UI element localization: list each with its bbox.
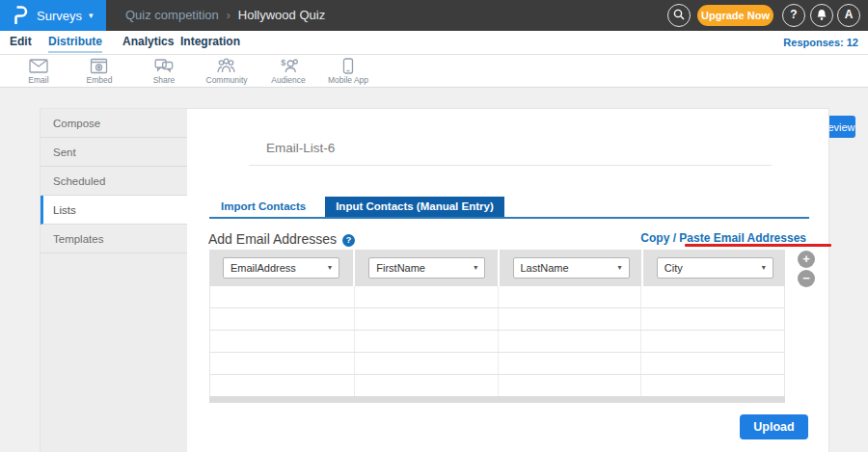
- table-cell[interactable]: [210, 286, 354, 307]
- table-cell[interactable]: [498, 286, 641, 307]
- title-divider: [249, 165, 772, 166]
- tool-label: Audience: [271, 75, 305, 85]
- column-select-city[interactable]: City ▾: [657, 257, 773, 279]
- tool-audience[interactable]: $ Audience: [271, 58, 305, 85]
- sidebar-item-sent[interactable]: Sent: [41, 138, 187, 167]
- add-row-button[interactable]: +: [798, 251, 815, 268]
- breadcrumb-current: Hollywood Quiz: [238, 8, 325, 22]
- table-row: [210, 308, 784, 331]
- breadcrumb-parent[interactable]: Quiz competition: [125, 8, 219, 22]
- horizontal-scrollbar[interactable]: [209, 396, 785, 403]
- notifications-button[interactable]: [810, 4, 833, 27]
- sidebar-item-scheduled[interactable]: Scheduled: [41, 167, 187, 196]
- breadcrumb-separator: ›: [227, 9, 231, 22]
- chevron-down-icon: ▾: [762, 258, 766, 278]
- nav-item-analytics[interactable]: Analytics: [122, 35, 174, 51]
- share-icon: [154, 58, 175, 74]
- product-menu-label: Surveys: [37, 9, 82, 23]
- tab-import-contacts[interactable]: Import Contacts: [215, 197, 312, 217]
- chevron-down-icon: ▾: [89, 11, 94, 20]
- grid-body: [209, 286, 785, 397]
- responses-count[interactable]: Responses: 12: [783, 37, 858, 48]
- table-cell[interactable]: [210, 353, 354, 374]
- list-content: Email-List-6 Import ContactsInput Contac…: [187, 109, 828, 452]
- table-cell[interactable]: [354, 308, 498, 330]
- survey-nav: Edit Distribute Analytics Integration Re…: [0, 31, 868, 55]
- grid-header-cell: FirstName ▾: [353, 250, 497, 286]
- column-select-firstname[interactable]: FirstName ▾: [368, 257, 485, 279]
- table-cell[interactable]: [210, 308, 354, 330]
- table-cell[interactable]: [640, 353, 784, 374]
- table-cell[interactable]: [498, 308, 641, 330]
- community-icon: [216, 58, 237, 74]
- avatar[interactable]: A: [837, 4, 860, 27]
- table-cell[interactable]: [640, 308, 784, 330]
- upgrade-now-button[interactable]: Upgrade Now: [697, 5, 773, 26]
- questionpro-app: Surveys ▾ Quiz competition›Hollywood Qui…: [0, 0, 868, 452]
- tool-community[interactable]: Community: [206, 58, 248, 85]
- table-cell[interactable]: [354, 331, 498, 352]
- email-icon: [28, 58, 49, 74]
- grid-header: EmailAddress ▾ FirstName ▾ LastName: [209, 250, 785, 286]
- search-icon: [673, 9, 685, 20]
- chevron-down-icon: ▾: [328, 258, 332, 278]
- tab-input-contacts-manual-entry[interactable]: Input Contacts (Manual Entry): [325, 197, 504, 217]
- column-select-emailaddress[interactable]: EmailAddress ▾: [223, 257, 339, 279]
- upload-button[interactable]: Upload: [740, 414, 808, 439]
- list-title: Email-List-6: [266, 141, 335, 155]
- distribute-toolbar: Email Embed Share Community: [0, 55, 868, 88]
- column-select-lastname[interactable]: LastName ▾: [513, 257, 630, 279]
- chevron-down-icon: ▾: [617, 258, 621, 278]
- table-cell[interactable]: [640, 286, 784, 307]
- sidebar-item-templates[interactable]: Templates: [41, 225, 187, 253]
- table-cell[interactable]: [498, 353, 641, 374]
- chevron-down-icon: ▾: [474, 258, 477, 278]
- grid-header-cell: City ▾: [641, 250, 785, 286]
- table-cell[interactable]: [210, 375, 354, 396]
- sidebar-item-compose[interactable]: Compose: [41, 109, 187, 138]
- table-row: [210, 353, 784, 375]
- table-cell[interactable]: [640, 331, 784, 352]
- select-value: LastName: [521, 262, 569, 274]
- tool-label: Embed: [87, 75, 113, 85]
- table-row: [210, 331, 784, 353]
- table-cell[interactable]: [354, 286, 498, 307]
- tool-label: Mobile App: [328, 75, 368, 85]
- select-value: FirstName: [376, 262, 425, 274]
- tab-underline: [209, 217, 809, 219]
- tool-email[interactable]: Email: [28, 58, 49, 85]
- table-cell[interactable]: [498, 375, 641, 396]
- surveys-menu[interactable]: Surveys ▾: [0, 0, 106, 31]
- section-title: Add Email Addresses: [208, 231, 337, 247]
- help-button[interactable]: ?: [782, 4, 805, 27]
- table-row: [210, 375, 784, 397]
- table-cell[interactable]: [640, 375, 784, 396]
- audience-icon: $: [278, 58, 299, 74]
- tool-label: Community: [206, 75, 248, 85]
- tool-embed[interactable]: Embed: [87, 58, 113, 85]
- grid-header-cell: EmailAddress ▾: [209, 250, 353, 286]
- svg-text:$: $: [281, 58, 285, 67]
- help-icon[interactable]: ?: [342, 234, 355, 247]
- remove-row-button[interactable]: −: [798, 270, 815, 287]
- table-cell[interactable]: [354, 353, 498, 374]
- nav-item-distribute[interactable]: Distribute: [48, 35, 102, 53]
- nav-item-integration[interactable]: Integration: [180, 35, 240, 51]
- table-cell[interactable]: [210, 331, 354, 352]
- tool-share[interactable]: Share: [153, 58, 176, 85]
- red-annotation-underline: [685, 244, 831, 247]
- email-sidebar: Compose Sent Scheduled Lists Templates: [41, 109, 187, 452]
- table-cell[interactable]: [498, 331, 641, 352]
- breadcrumb: Quiz competition›Hollywood Quiz: [125, 0, 325, 31]
- table-cell[interactable]: [354, 375, 498, 396]
- sidebar-item-lists[interactable]: Lists: [41, 196, 187, 225]
- tool-label: Share: [153, 75, 176, 85]
- tool-label: Email: [28, 75, 49, 85]
- copy-paste-email-link[interactable]: Copy / Paste Email Addresses: [640, 231, 806, 245]
- contacts-grid: EmailAddress ▾ FirstName ▾ LastName: [209, 250, 785, 397]
- embed-icon: [90, 58, 109, 74]
- search-button[interactable]: [667, 4, 691, 27]
- nav-item-edit[interactable]: Edit: [10, 35, 32, 51]
- questionpro-logo-icon: [13, 6, 28, 25]
- tool-mobile-app[interactable]: Mobile App: [328, 58, 368, 85]
